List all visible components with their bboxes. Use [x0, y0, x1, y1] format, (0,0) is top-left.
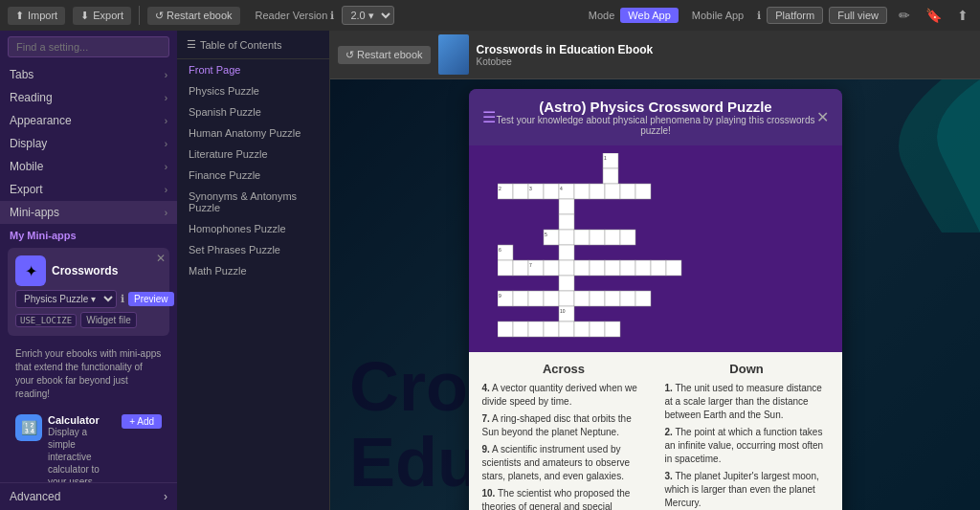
edit-icon[interactable]: ✏ [895, 6, 914, 25]
modal-close-button[interactable]: ✕ [816, 108, 829, 126]
menu-icon[interactable]: ☰ [482, 108, 496, 126]
enrich-text: Enrich your ebooks with mini-apps that e… [8, 344, 169, 409]
share-icon[interactable]: ⬆ [953, 6, 972, 25]
svg-rect-40 [666, 260, 681, 276]
import-icon: ⬆ [15, 10, 24, 22]
clue-across-4: 4. A vector quantity derived when we div… [482, 382, 646, 409]
sidebar-item-reading[interactable]: Reading › [0, 86, 177, 109]
import-button[interactable]: ⬆ Import [8, 7, 65, 25]
sidebar-item-appearance[interactable]: Appearance › [0, 109, 177, 132]
chevron-right-icon: › [165, 70, 167, 80]
svg-rect-45 [528, 291, 544, 306]
restart-ebook-button[interactable]: ↺ Restart ebook [147, 7, 240, 25]
svg-rect-27 [559, 245, 574, 260]
mini-apps-section: ✕ ✦ Crosswords Physics Puzzle ▾ ℹ Previe… [0, 244, 177, 482]
crosswords-icon: ✦ [15, 255, 46, 286]
toc-item-synonyms[interactable]: Synonyms & Antonyms Puzzle [177, 186, 329, 218]
sidebar-item-miniapps[interactable]: Mini-apps › [0, 201, 177, 224]
toc-panel: ☰ Table of Contents Front Page Physics P… [177, 31, 330, 510]
book-title-area: Crosswords in Education Ebook Kotobee [477, 43, 654, 67]
svg-text:3: 3 [529, 186, 532, 191]
chevron-right-icon: › [165, 116, 167, 126]
svg-rect-33 [559, 260, 574, 276]
code-badge: USE_LOCIZE [15, 314, 77, 327]
svg-rect-36 [605, 260, 620, 276]
svg-text:2: 2 [499, 186, 501, 191]
toc-item-homophones[interactable]: Homophones Puzzle [177, 218, 329, 239]
export-button[interactable]: ⬇ Export [73, 7, 131, 25]
book-cover-thumbnail [438, 34, 469, 75]
sidebar-item-export[interactable]: Export › [0, 178, 177, 201]
fullview-button[interactable]: Full view [829, 7, 887, 24]
book-info: Crosswords in Education Ebook Kotobee [438, 34, 972, 75]
svg-rect-5 [513, 184, 528, 199]
chevron-right-icon: › [165, 139, 167, 149]
svg-rect-15 [635, 184, 651, 199]
svg-rect-14 [620, 184, 635, 199]
svg-rect-12 [590, 184, 605, 199]
sidebar-item-display[interactable]: Display › [0, 132, 177, 155]
restart-button[interactable]: ↺ Restart ebook [338, 46, 431, 64]
main-layout: Tabs › Reading › Appearance › Display › … [0, 31, 980, 510]
svg-rect-62 [605, 322, 620, 337]
info-icon: ℹ [757, 10, 761, 22]
sidebar-footer: Advanced › [0, 482, 177, 510]
app-title: Crosswords [52, 264, 118, 277]
sidebar-item-mobile[interactable]: Mobile › [0, 155, 177, 178]
preview-button[interactable]: Preview [128, 292, 174, 306]
svg-rect-20 [559, 230, 574, 245]
svg-rect-47 [559, 291, 574, 306]
sidebar-item-tabs[interactable]: Tabs › [0, 63, 177, 86]
svg-rect-8 [544, 184, 559, 199]
svg-rect-2 [603, 168, 618, 184]
toc-item-frontpage[interactable]: Front Page [177, 59, 329, 80]
sidebar: Tabs › Reading › Appearance › Display › … [0, 31, 177, 510]
svg-rect-50 [605, 291, 620, 306]
svg-text:1: 1 [604, 155, 607, 161]
clue-down-3: 3. The planet Jupiter's largest moon, wh… [665, 470, 829, 510]
svg-rect-13 [605, 184, 620, 199]
toc-item-physics[interactable]: Physics Puzzle [177, 80, 329, 101]
svg-rect-55 [498, 322, 513, 337]
svg-rect-21 [574, 230, 590, 245]
platform-button[interactable]: Platform [767, 7, 823, 24]
app-header: ✦ Crosswords [15, 255, 162, 286]
version-select[interactable]: 2.0 ▾ [342, 6, 394, 25]
svg-rect-17 [559, 214, 574, 230]
svg-rect-60 [574, 322, 590, 337]
bookmark-icon[interactable]: 🔖 [922, 6, 946, 25]
svg-rect-24 [620, 230, 635, 245]
top-bar: ⬆ Import ⬇ Export ↺ Restart ebook Reader… [0, 0, 980, 31]
search-input[interactable] [8, 36, 169, 57]
toc-item-literature[interactable]: Literature Puzzle [177, 144, 329, 165]
close-crosswords-button[interactable]: ✕ [156, 252, 166, 265]
sidebar-search-area [0, 31, 177, 63]
toc-header: ☰ Table of Contents [177, 31, 329, 59]
svg-text:4: 4 [560, 186, 563, 191]
mobile-app-tab[interactable]: Mobile App [684, 8, 751, 23]
toc-item-setphrases[interactable]: Set Phrases Puzzle [177, 239, 329, 260]
clues-columns: Across 4. A vector quantity derived when… [482, 362, 829, 510]
calculator-app: 🔢 Calculator Display a simple interactiv… [8, 409, 169, 482]
svg-rect-59 [559, 322, 574, 337]
toc-item-math[interactable]: Math Puzzle [177, 260, 329, 281]
advanced-item[interactable]: Advanced › [10, 487, 167, 506]
svg-rect-39 [651, 260, 666, 276]
add-calculator-button[interactable]: + Add [122, 414, 162, 429]
chevron-right-icon: › [165, 162, 167, 172]
toc-item-finance[interactable]: Finance Puzzle [177, 165, 329, 186]
puzzle-select[interactable]: Physics Puzzle ▾ [15, 290, 117, 308]
clue-across-10: 10. The scientist who proposed the theor… [482, 487, 646, 510]
web-app-tab[interactable]: Web App [620, 8, 678, 23]
down-column: Down 1. The unit used to measure distanc… [665, 362, 829, 510]
app-content: Calculator Display a simple interactive … [48, 414, 116, 482]
chevron-right-icon: › [165, 185, 167, 195]
toc-item-spanish[interactable]: Spanish Puzzle [177, 101, 329, 122]
crossword-grid[interactable]: .cell { fill: white; stroke: #999; strok… [469, 145, 842, 352]
widget-file-button[interactable]: Widget file [80, 312, 137, 328]
clue-down-1: 1. The unit used to measure distance at … [665, 382, 829, 422]
svg-rect-56 [513, 322, 528, 337]
ebook-topbar: ↺ Restart ebook Crosswords in Education … [330, 31, 980, 79]
separator [139, 6, 140, 25]
toc-item-anatomy[interactable]: Human Anatomy Puzzle [177, 122, 329, 144]
